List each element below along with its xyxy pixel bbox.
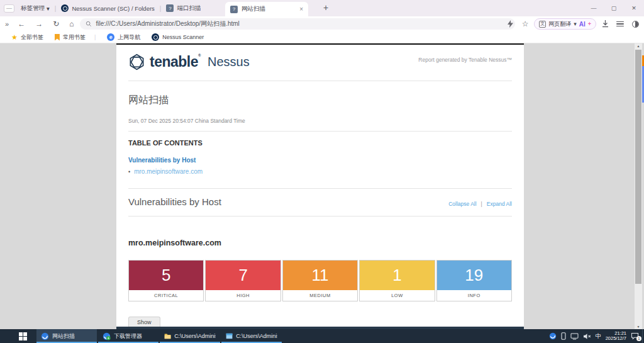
- high-label: HIGH: [206, 290, 280, 301]
- severity-summary-row: 5 CRITICAL 7 HIGH 11 MEDIUM 1 LOW 19 I: [128, 260, 512, 301]
- download-manager-icon: [103, 332, 111, 340]
- home-icon[interactable]: ⌂: [64, 20, 79, 28]
- generated-by-text: Report generated by Tenable Nessus™: [418, 57, 512, 63]
- divider: [128, 216, 512, 216]
- bookmark-star-icon[interactable]: ☆: [519, 20, 531, 28]
- toc-host-link[interactable]: mro.meipinsoftware.com: [134, 168, 203, 175]
- info-count: 19: [437, 261, 511, 290]
- desktop-screen: — 标签管理 ▾ | Nessus Scanner (SC) / Folders…: [0, 0, 644, 343]
- address-bar-actions: ☆ 文 网页翻译 ▾ AI +: [504, 18, 641, 30]
- info-label: INFO: [437, 290, 511, 301]
- new-tab-button[interactable]: +: [319, 1, 332, 14]
- tray-browser-icon[interactable]: [549, 332, 557, 340]
- bookmarks-separator: |: [94, 34, 96, 40]
- scroll-down-icon[interactable]: ▼: [635, 325, 642, 329]
- quick-access-lightning-icon[interactable]: [504, 20, 516, 28]
- close-tab-icon[interactable]: ×: [299, 6, 303, 13]
- tab-port-scan[interactable]: ? 端口扫描: [166, 4, 201, 13]
- severity-cell-high: 7 HIGH: [205, 260, 280, 301]
- url-input[interactable]: file:///C:/Users/Administrator/Desktop/网…: [80, 18, 515, 30]
- ai-plus-icon: +: [588, 21, 591, 27]
- scroll-up-icon[interactable]: ▲: [635, 44, 642, 48]
- page-scrollbar[interactable]: ▲ ▼: [635, 43, 642, 329]
- high-count: 7: [206, 261, 280, 290]
- search-icon: [86, 21, 92, 27]
- toc-list-item: • mro.meipinsoftware.com: [128, 168, 512, 175]
- bookmark-all[interactable]: ★ 全部书签: [11, 33, 43, 42]
- taskbar-item-file-window[interactable]: C:\Users\Adminis...: [221, 329, 282, 343]
- medium-label: MEDIUM: [283, 290, 357, 301]
- low-label: LOW: [360, 290, 434, 301]
- taskbar-item-label: C:\Users\Adminis...: [174, 333, 216, 339]
- nessus-icon: [152, 33, 159, 41]
- phone-link-icon[interactable]: [561, 332, 566, 340]
- bookmarks-bar: ★ 全部书签 常用书签 | e 上网导航 Nessus Scanner: [0, 31, 644, 43]
- tenable-nessus-logo: tenable® Nessus: [128, 53, 250, 70]
- scrollbar-thumb[interactable]: [635, 50, 641, 284]
- report-header: tenable® Nessus Report generated by Tena…: [128, 53, 512, 70]
- tab-website-scan-active[interactable]: ? 网站扫描 ×: [225, 2, 308, 16]
- expand-all-link[interactable]: Expand All: [487, 201, 512, 207]
- brand-tenable-text: tenable®: [150, 53, 201, 70]
- workspace-icon[interactable]: —: [4, 4, 14, 13]
- reload-icon[interactable]: ↻: [48, 20, 64, 28]
- translate-icon: 文: [539, 21, 546, 28]
- clock-date: 2025/12/7: [606, 336, 626, 342]
- maximize-button[interactable]: ▢: [604, 0, 624, 16]
- translate-pill[interactable]: 文 网页翻译 ▾ AI +: [534, 18, 596, 30]
- back-icon[interactable]: ←: [13, 20, 30, 28]
- bookmark-nessus-scanner[interactable]: Nessus Scanner: [152, 33, 204, 41]
- ribbon-icon: [55, 34, 60, 41]
- network-display-icon[interactable]: [570, 333, 579, 340]
- tab-nessus-scanner[interactable]: Nessus Scanner (SC) / Folders: [61, 4, 154, 12]
- report-title: 网站扫描: [128, 94, 512, 107]
- window-controls: — ▢ ✕: [584, 0, 644, 16]
- chevron-down-icon: ▾: [47, 5, 50, 12]
- bookmark-web-nav[interactable]: e 上网导航: [107, 33, 140, 42]
- severity-cell-info: 19 INFO: [436, 260, 512, 301]
- taskbar-item-website-scan[interactable]: 网站扫描: [36, 329, 97, 343]
- bookmark-label: Nessus Scanner: [162, 34, 204, 40]
- clock[interactable]: 21:21 2025/12/7: [606, 331, 626, 342]
- globe-e-icon: e: [107, 33, 114, 41]
- downloads-icon[interactable]: [599, 20, 611, 28]
- taskbar-item-label: 网站扫描: [52, 332, 75, 340]
- taskbar-item-label: 下载管理器: [114, 332, 142, 340]
- translate-label: 网页翻译: [548, 20, 571, 28]
- browser-icon: [41, 332, 49, 340]
- close-button[interactable]: ✕: [624, 0, 644, 16]
- collapse-all-link[interactable]: Collapse All: [448, 201, 476, 207]
- brand-nessus-text: Nessus: [208, 55, 250, 69]
- tab-label: 端口扫描: [177, 4, 201, 13]
- ime-indicator[interactable]: 中: [596, 332, 601, 340]
- medium-count: 11: [283, 261, 357, 290]
- bullet: •: [128, 169, 130, 175]
- toc-section-link[interactable]: Vulnerabilities by Host: [128, 157, 512, 164]
- taskbar-item-folder[interactable]: C:\Users\Adminis...: [160, 329, 220, 343]
- theme-circle-icon[interactable]: [629, 21, 641, 28]
- notification-center[interactable]: 1: [631, 332, 639, 340]
- nessus-report-page: tenable® Nessus Report generated by Tena…: [116, 43, 524, 329]
- tab-manager-button[interactable]: 标签管理 ▾: [21, 4, 50, 13]
- html-doc-icon: ?: [166, 4, 174, 12]
- chevron-down-icon: ▾: [574, 21, 577, 27]
- ai-button[interactable]: AI: [579, 21, 586, 28]
- windows-taskbar: 网站扫描 下载管理器 C:\Users\Adminis...: [0, 329, 644, 343]
- registered-mark: ®: [198, 53, 201, 57]
- minimize-button[interactable]: —: [584, 0, 604, 16]
- html-doc-icon: ?: [230, 6, 238, 13]
- start-button[interactable]: [9, 329, 36, 343]
- browser-viewport: tenable® Nessus Report generated by Tena…: [0, 43, 644, 329]
- forward-icon[interactable]: →: [30, 20, 48, 28]
- bookmark-frequent[interactable]: 常用书签: [55, 33, 86, 42]
- tab-label: Nessus Scanner (SC) / Folders: [72, 5, 154, 12]
- divider: [128, 131, 512, 132]
- report-date: Sun, 07 Dec 2025 20:54:07 China Standard…: [128, 118, 512, 124]
- star-icon: ★: [11, 33, 18, 42]
- taskbar-item-download-manager[interactable]: 下载管理器: [98, 329, 158, 343]
- tenable-hex-icon: [128, 53, 145, 70]
- taskbar-item-label: C:\Users\Adminis...: [236, 333, 277, 339]
- sidebar-overflow-icon[interactable]: »: [0, 20, 13, 28]
- volume-muted-icon[interactable]: [583, 333, 591, 340]
- reading-list-icon[interactable]: [614, 21, 626, 27]
